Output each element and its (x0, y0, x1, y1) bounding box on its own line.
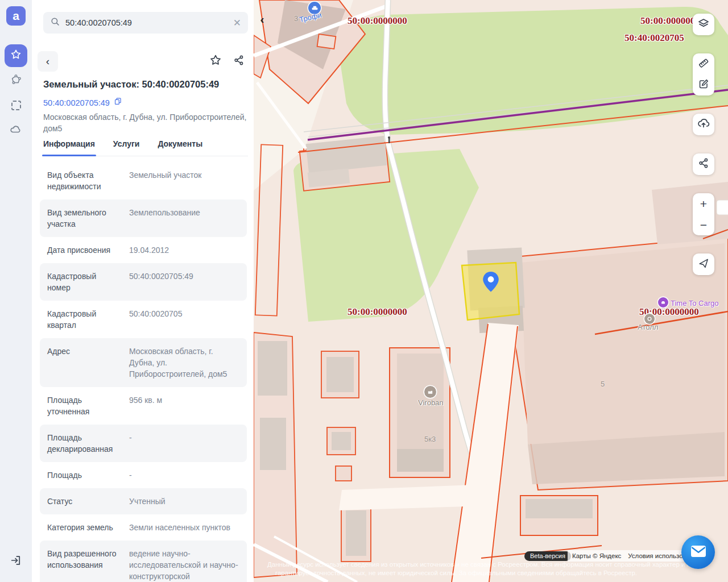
viroban-poi-label[interactable]: Viroban (418, 398, 444, 407)
zoom-out-button[interactable]: − (693, 214, 714, 235)
table-row: Кадастровый квартал50:40:0020705 (40, 301, 247, 338)
cloud-icon (9, 123, 23, 139)
share-icon (697, 157, 710, 172)
row-label: Площадь декларированная (47, 432, 121, 455)
edit-tools-group (693, 53, 714, 95)
app-root: a (0, 0, 728, 582)
building-number: 3 (294, 14, 298, 23)
row-label: Дата присвоения (47, 244, 121, 256)
polygon-icon (10, 73, 22, 88)
row-value: Землепользование (129, 207, 239, 230)
tab-information[interactable]: Информация (43, 139, 95, 148)
row-label: Площадь (47, 469, 121, 481)
row-label: Кадастровый номер (47, 271, 121, 293)
clear-search-icon[interactable]: ✕ (233, 18, 241, 28)
object-address: Московская область, г. Дубна, ул. Прибор… (43, 111, 247, 134)
time-to-cargo-poi-label[interactable]: Time To Cargo (671, 299, 719, 307)
row-value: - (129, 469, 239, 481)
cadastral-number-link[interactable]: 50:40:0020705:49 (43, 98, 110, 107)
cadastre-zone-label: 50:00:0000000 (348, 306, 407, 318)
cadastre-quarter-label: 50:40:0020705 (624, 32, 684, 44)
tab-services[interactable]: Услуги (113, 139, 140, 148)
table-row: Площадь- (40, 462, 247, 488)
draw-edit-button[interactable] (693, 74, 714, 95)
cloud-upload-icon (697, 117, 710, 132)
details-panel: ✕ ‹ Земельный участок: 50:40:0020705:49 … (32, 0, 254, 582)
row-label: Вид земельного участка (47, 207, 121, 230)
row-label: Категория земель (47, 522, 121, 533)
select-area-icon (11, 101, 21, 110)
edit-icon (697, 78, 710, 93)
cadastral-number-row: 50:40:0020705:49 (43, 97, 123, 109)
search-icon (50, 16, 60, 29)
disclaimer-line: гарантирует точность данных, не имеет юр… (275, 569, 711, 577)
table-row: Кадастровый номер50:40:0020705:49 (40, 263, 247, 301)
sidebar-item-favorites[interactable] (5, 44, 27, 67)
cadastre-zone-label: 50:00:0000000 (348, 15, 407, 27)
disclaimer-line: Данный ресурс использует сведения из отк… (267, 560, 711, 569)
row-value: 50:40:0020705:49 (129, 271, 239, 293)
layers-icon (697, 16, 710, 32)
copy-icon[interactable] (113, 97, 123, 109)
atoll-poi-label[interactable]: Атолл (638, 323, 658, 331)
zoom-in-button[interactable]: + (693, 193, 714, 214)
map-canvas[interactable]: 50:00:0000000 50:00:0000000 50:40:002070… (254, 0, 728, 582)
plus-icon: + (700, 197, 707, 211)
map-share-button[interactable] (693, 153, 714, 175)
tab-documents[interactable]: Документы (158, 139, 202, 148)
table-row: Площадь декларированная- (40, 425, 247, 462)
row-value: 50:40:0020705 (129, 308, 239, 331)
search-bar[interactable]: ✕ (43, 12, 248, 34)
beta-badge: Beta-версия (524, 551, 571, 561)
object-header-actions: ‹ (38, 51, 248, 72)
tab-bar: Информация Услуги Документы (43, 139, 248, 156)
chat-button[interactable] (681, 535, 715, 569)
row-value: 19.04.2012 (129, 244, 239, 256)
table-row: Дата присвоения19.04.2012 (40, 237, 247, 263)
search-input[interactable] (65, 18, 233, 27)
minus-icon: − (700, 218, 707, 232)
table-row: Категория земельЗемли населенных пунктов (40, 514, 247, 541)
info-table: Вид объекта недвижимостиЗемельный участо… (40, 162, 247, 582)
collapse-panel-button[interactable]: ‹ (256, 11, 268, 27)
cadastre-zone-label: 50:00:0000000 (640, 15, 700, 27)
viroban-poi-icon[interactable] (424, 386, 436, 398)
zoom-controls: + − (693, 193, 714, 235)
logout-button[interactable] (9, 555, 23, 568)
page-title: Земельный участок: 50:40:0020705:49 (43, 79, 246, 90)
row-label: Адрес (47, 346, 121, 380)
row-value: Московская область, г. Дубна, ул. Прибор… (129, 346, 239, 380)
row-value: Учтенный (129, 496, 239, 507)
favorite-button[interactable] (208, 53, 224, 69)
map-disclaimer: Данный ресурс использует сведения из отк… (267, 560, 711, 577)
share-button[interactable] (231, 53, 247, 69)
building-number: 5к3 (424, 435, 436, 443)
row-label: Статус (47, 496, 121, 507)
row-label: Кадастровый квартал (47, 308, 121, 331)
sidebar-item-polygon-tool[interactable] (9, 74, 23, 88)
time-to-cargo-poi-icon[interactable] (658, 297, 668, 307)
upload-button[interactable] (693, 114, 714, 135)
map-attribution: Карты © Яндекс Условия использования (568, 550, 692, 562)
row-value: 956 кв. м (129, 394, 239, 417)
logo-letter: a (13, 9, 19, 23)
star-icon (10, 48, 22, 63)
locate-me-button[interactable] (693, 253, 714, 275)
star-outline-icon (209, 53, 222, 69)
exit-icon (10, 554, 22, 569)
sidebar-item-cloud[interactable] (9, 124, 23, 138)
building-number: 5 (601, 380, 605, 388)
map-pin-icon (482, 271, 499, 293)
row-value: Земли населенных пунктов (129, 522, 239, 533)
row-label: Вид разрешенного использования (47, 548, 121, 582)
app-logo[interactable]: a (6, 6, 26, 26)
icon-rail: a (0, 0, 32, 582)
layers-button[interactable] (693, 14, 714, 35)
measure-button[interactable] (693, 53, 714, 74)
row-value: Земельный участок (129, 169, 239, 192)
row-label: Площадь уточненная (47, 394, 121, 417)
map-copyright[interactable]: Карты © Яндекс (572, 552, 621, 559)
sidebar-item-area-select[interactable] (9, 98, 23, 112)
table-row: Вид разрешенного использованияведение на… (40, 541, 247, 582)
back-button[interactable]: ‹ (38, 51, 58, 72)
